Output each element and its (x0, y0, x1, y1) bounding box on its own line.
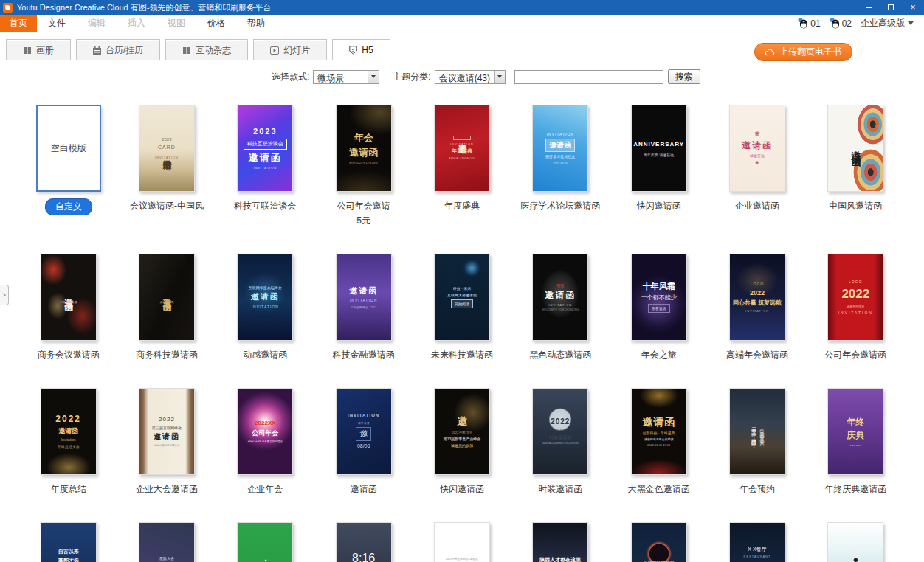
blank-template-thumbnail[interactable]: 空白模版 (36, 105, 101, 192)
tab-h5-label: H5 (362, 45, 373, 55)
template-card: 2022XX公司年会2022-12-26 北京樊美假日酒店 企业年会 (216, 388, 314, 496)
upload-ebook-label: 上传翻页电子书 (779, 46, 841, 58)
chevron-down-icon (371, 75, 376, 78)
template-thumbnail[interactable]: LOGO2022诚邀您的莅临INVITATION (827, 254, 883, 341)
template-price: 5元 (356, 215, 370, 227)
search-input[interactable] (514, 70, 663, 84)
category-filter-label: 主题分类: (393, 71, 430, 83)
template-thumbnail[interactable]: LOGO2022同心共赢 筑梦远航INVITATION (729, 254, 785, 341)
menu-item-view: 视图 (156, 15, 196, 32)
template-thumbnail[interactable]: 2023CARD邀请函INVITATION (139, 105, 195, 192)
template-title: 快闪邀请函 (440, 483, 484, 496)
template-thumbnail[interactable]: X X餐厅RESTAURANT⊛邀请函 (729, 522, 785, 562)
template-thumbnail[interactable]: 二零二二年 农历团年一年中的第三百五十六天 (729, 388, 785, 475)
upload-ebook-button[interactable]: 上传翻页电子书 (754, 43, 852, 61)
template-title: 商务科技邀请函 (136, 349, 198, 361)
template-thumbnail[interactable]: INVITATION邀请函医疗学术论坛纪念2022.06.20 (532, 105, 588, 192)
template-thumbnail[interactable]: 2022XX公司年会2022-12-26 北京樊美假日酒店 (237, 388, 293, 475)
style-filter-label: 选择款式: (272, 71, 309, 83)
tab-slides[interactable]: 幻灯片 (253, 39, 327, 60)
template-thumbnail[interactable]: 邀请函INVITATION光科金融峰会 12/12 (336, 254, 392, 341)
template-thumbnail[interactable]: 自古以来掌舵才选⊛ (41, 522, 97, 562)
template-thumbnail[interactable]: INVITATION诚挚邀请邀08/06 (336, 388, 392, 475)
template-card: ●2022中国国际酒店博览会2022 CHINA INTERNATIONAL H… (807, 522, 905, 562)
template-card: 十年风霜一个都不能少查看邀请 年会之旅 (610, 254, 708, 361)
qq-account-2-id: 02 (842, 18, 852, 29)
template-thumbnail[interactable]: 邀请函 (827, 105, 883, 192)
qq-account-1[interactable]: 01 (798, 18, 820, 29)
template-thumbnail[interactable]: 互联网技术联盟研讨会 (631, 522, 687, 562)
close-button[interactable]: × (902, 0, 924, 15)
template-thumbnail[interactable]: 2022邀请函Invitation年终总结大会 (41, 388, 97, 475)
qq-account-1-id: 01 (810, 18, 820, 29)
menu-item-help[interactable]: 帮助 (236, 15, 276, 32)
qq-penguin-icon (798, 18, 808, 29)
template-card: 邀请函创新科技 · 年终盛典诚邀莅临年终会议盛典2022.12.31 19:00… (610, 388, 708, 496)
search-button[interactable]: 搜索 (668, 69, 700, 84)
template-title: 年度盛典 (444, 200, 480, 212)
style-select-arrow[interactable] (368, 71, 379, 83)
template-thumbnail[interactable]: 科技 · 未来互联网大会邀请函开始阅读 (434, 254, 490, 341)
template-thumbnail[interactable]: 邀请函年终盛典邀请 (41, 254, 97, 341)
style-select[interactable]: 微场景 (313, 70, 379, 84)
template-card: 邀请函INVITATION年度盛典ANNUAL CEREMONY 年度盛典 (413, 105, 511, 227)
template-card: ❀邀请函诚邀莅临❀ 企业邀请函 (708, 105, 806, 227)
customize-button[interactable]: 自定义 (45, 198, 92, 215)
template-thumbnail[interactable]: 邀请函创新科技 · 年终盛典诚邀莅临年终会议盛典2022.12.31 19:00 (631, 388, 687, 475)
panel-collapse-handle[interactable]: > (0, 285, 9, 305)
template-thumbnail[interactable]: 邀2022 中国·北京第13届新零售产业峰会诚邀您的参加 (434, 388, 490, 475)
tab-magazine[interactable]: 互动杂志 (165, 39, 248, 60)
template-card: 陕西人才都在这里SHAANXI TALENTS ARE HERE中国 · 西安 (511, 522, 610, 562)
template-title: 企业邀请函 (735, 200, 779, 212)
menu-item-home[interactable]: 首页 (0, 15, 37, 32)
template-thumbnail[interactable]: 年会邀请函时间:2023年12月28日 (336, 105, 392, 192)
template-card: LOGO2022诚邀您的莅临INVITATION 公司年会邀请函 (807, 254, 905, 361)
template-thumbnail[interactable]: ANNIVERSARY周年庆典 诚邀莅临 (631, 105, 687, 192)
template-thumbnail[interactable]: 邀请函INVITATION年度盛典ANNUAL CEREMONY (434, 105, 490, 192)
menu-item-price[interactable]: 价格 (196, 15, 236, 32)
category-select[interactable]: 会议邀请(43) (435, 70, 506, 84)
template-thumbnail[interactable]: 邀请函金秋 · 相聚 (139, 254, 195, 341)
maximize-button[interactable] (880, 0, 902, 15)
qq-account-2[interactable]: 02 (830, 18, 852, 29)
album-book-icon (23, 46, 32, 55)
template-thumbnail[interactable]: 2022INVITATION时装邀请函2022 FALL&WINTER COLL… (532, 388, 588, 475)
window-title: Youtu Designer Creative Cloud 有图-领先的创意、营… (17, 2, 271, 13)
template-thumbnail[interactable]: 互联网年度高端峰会邀请函INVITATION (237, 254, 293, 341)
blank-template-label: 空白模版 (51, 142, 86, 155)
tab-calendar[interactable]: 台历/挂历 (76, 39, 160, 60)
tab-album[interactable]: 画册 (6, 39, 71, 60)
template-title: 企业大会邀请函 (136, 483, 198, 496)
template-card: 互联网年度高端峰会邀请函INVITATION 动感邀请函 (216, 254, 314, 361)
template-thumbnail[interactable]: 年终庆典●●● ●●● (827, 388, 883, 475)
tab-strip: 画册 台历/挂历 互动杂志 幻灯片 5 H5 上传翻页电子书 (0, 38, 924, 60)
magazine-book-icon (182, 46, 191, 55)
template-thumbnail[interactable]: 星际大会邀请函 (139, 522, 195, 562)
template-card: 年会邀请函时间:2023年12月28日 公司年会邀请 5元 (314, 105, 413, 227)
template-thumbnail[interactable]: 2021 中外交流协会年度会议会议邀请函 (434, 522, 490, 562)
template-thumbnail[interactable]: 8:16Friday 19 June● (336, 522, 392, 562)
template-thumbnail[interactable]: 邀·请“会呼吸的空气” 主题艺术展 (237, 522, 293, 562)
template-thumbnail[interactable]: 陕西人才都在这里SHAANXI TALENTS ARE HERE中国 · 西安 (532, 522, 588, 562)
template-thumbnail[interactable]: 十年风霜一个都不能少查看邀请 (631, 254, 687, 341)
plan-dropdown[interactable]: 企业高级版 (861, 17, 914, 30)
tab-h5[interactable]: 5 H5 (332, 39, 390, 60)
template-thumbnail[interactable]: 2022第三届互联网峰会邀请函北京有图科技有限公司 (139, 388, 195, 475)
template-title: 年会预约 (739, 483, 775, 496)
template-card: INVITATION诚挚邀请邀08/06 邀请函 (314, 388, 413, 496)
template-card: 邀请函金秋 · 相聚 商务科技邀请函 (117, 254, 216, 361)
menu-item-file[interactable]: 文件 (37, 15, 77, 32)
qq-penguin-icon (830, 18, 840, 29)
category-select-arrow[interactable] (494, 71, 505, 83)
minimize-button[interactable] (858, 0, 880, 15)
app-logo-icon (3, 3, 13, 13)
template-thumbnail[interactable]: ❀邀请函诚邀莅临❀ (729, 105, 785, 192)
blank-template-card: 空白模版 自定义 (19, 105, 117, 227)
template-thumbnail[interactable]: 有图邀请函INVITATIONWELCOME TO YOUR CHONGQING (532, 254, 588, 341)
template-title: 未来科技邀请函 (431, 349, 493, 361)
template-card: 二零二二年 农历团年一年中的第三百五十六天 年会预约 (708, 388, 806, 496)
template-title: 会议邀请函-中国风 (130, 200, 204, 212)
template-thumbnail[interactable]: 2023科技互联洽谈会邀请函INVITATION (237, 105, 293, 192)
template-thumbnail[interactable]: ●2022中国国际酒店博览会2022 CHINA INTERNATIONAL H… (827, 522, 883, 562)
template-title: 公司年会邀请 (337, 200, 390, 212)
